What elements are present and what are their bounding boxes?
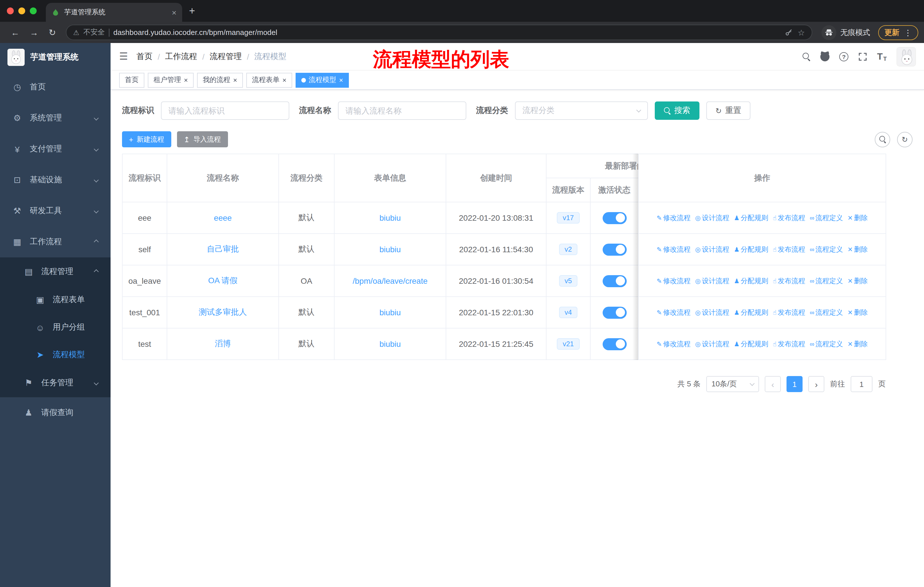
bookmark-star-icon[interactable]: ☆ xyxy=(798,28,805,37)
sidebar-item-dev-tools[interactable]: ⚒ 研发工具 xyxy=(0,195,111,227)
hamburger-icon[interactable]: ☰ xyxy=(111,50,137,63)
action-assign-rules[interactable]: ♟分配规则 xyxy=(734,214,768,222)
action-assign-rules[interactable]: ♟分配规则 xyxy=(734,277,768,285)
process-name-input[interactable] xyxy=(338,101,466,120)
active-toggle[interactable] xyxy=(602,212,626,224)
tag-close-icon[interactable]: × xyxy=(184,76,188,83)
sidebar-item-payment-mgmt[interactable]: ¥ 支付管理 xyxy=(0,134,111,165)
tag-my-process[interactable]: 我的流程 × xyxy=(197,73,243,88)
form-info-link[interactable]: biubiu xyxy=(380,245,401,254)
action-design-process[interactable]: ◎设计流程 xyxy=(695,308,729,316)
zoom-window-button[interactable] xyxy=(30,7,37,14)
action-delete[interactable]: ✕删除 xyxy=(848,277,868,285)
sidebar-item-process-model[interactable]: ➤ 流程模型 xyxy=(0,341,111,369)
action-design-process[interactable]: ◎设计流程 xyxy=(695,277,729,285)
forward-icon[interactable]: → xyxy=(25,28,43,37)
search-button[interactable]: 搜索 xyxy=(655,101,700,120)
process-category-select[interactable]: 流程分类 xyxy=(515,101,648,120)
sidebar-item-task-mgmt[interactable]: ⚑ 任务管理 xyxy=(0,369,111,397)
active-toggle[interactable] xyxy=(602,338,626,350)
action-edit-process[interactable]: ✎修改流程 xyxy=(657,340,691,348)
action-publish-process[interactable]: ☝发布流程 xyxy=(773,277,805,285)
minimize-window-button[interactable] xyxy=(18,7,25,14)
breadcrumb-item[interactable]: 工作流程 xyxy=(165,51,197,62)
sidebar-item-leave-query[interactable]: ♟ 请假查询 xyxy=(0,397,111,428)
action-design-process[interactable]: ◎设计流程 xyxy=(695,340,729,348)
avatar[interactable] xyxy=(896,47,916,66)
tag-close-icon[interactable]: × xyxy=(282,76,286,83)
browser-tab[interactable]: 芋道管理系统 × xyxy=(46,3,182,22)
action-edit-process[interactable]: ✎修改流程 xyxy=(657,214,691,222)
action-delete[interactable]: ✕删除 xyxy=(848,214,868,222)
form-info-link[interactable]: biubiu xyxy=(380,308,401,317)
import-process-button[interactable]: ↥ 导入流程 xyxy=(177,131,228,147)
form-info-link[interactable]: /bpm/oa/leave/create xyxy=(353,276,427,286)
process-name-link[interactable]: OA 请假 xyxy=(208,276,238,285)
page-size-select[interactable]: 10条/页 xyxy=(706,376,759,392)
close-window-button[interactable] xyxy=(7,7,14,14)
active-toggle[interactable] xyxy=(602,243,626,255)
tab-close-icon[interactable]: × xyxy=(172,8,177,17)
breadcrumb-item[interactable]: 首页 xyxy=(137,51,153,62)
prev-page-button[interactable]: ‹ xyxy=(765,376,781,392)
process-name-link[interactable]: 滔博 xyxy=(215,339,231,348)
action-assign-rules[interactable]: ♟分配规则 xyxy=(734,308,768,316)
sidebar-item-infrastructure[interactable]: ⊡ 基础设施 xyxy=(0,165,111,195)
refresh-table-button[interactable]: ↻ xyxy=(897,132,912,147)
action-publish-process[interactable]: ☝发布流程 xyxy=(773,340,805,348)
tag-home[interactable]: 首页 xyxy=(119,73,144,88)
active-toggle[interactable] xyxy=(602,306,626,318)
fullscreen-icon[interactable] xyxy=(858,52,867,61)
action-publish-process[interactable]: ☝发布流程 xyxy=(773,214,805,222)
github-icon[interactable] xyxy=(820,52,830,61)
create-process-button[interactable]: + 新建流程 xyxy=(122,131,171,147)
sidebar-item-workflow[interactable]: ▦ 工作流程 xyxy=(0,227,111,257)
tag-process-model[interactable]: 流程模型 × xyxy=(295,73,349,88)
active-toggle[interactable] xyxy=(602,275,626,287)
update-label[interactable]: 更新 xyxy=(884,27,899,38)
address-bar[interactable]: ⚠ 不安全 dashboard.yudao.iocoder.cn/bpm/man… xyxy=(66,25,812,40)
action-process-definition[interactable]: ∞流程定义 xyxy=(810,277,843,285)
action-process-definition[interactable]: ∞流程定义 xyxy=(810,340,843,348)
sidebar-item-system-mgmt[interactable]: ⚙ 系统管理 xyxy=(0,103,111,134)
process-name-link[interactable]: 自己审批 xyxy=(207,244,239,253)
action-process-definition[interactable]: ∞流程定义 xyxy=(810,214,843,222)
browser-menu-icon[interactable]: ⋮ xyxy=(904,28,912,37)
action-edit-process[interactable]: ✎修改流程 xyxy=(657,277,691,285)
goto-page-input[interactable] xyxy=(851,376,873,392)
action-assign-rules[interactable]: ♟分配规则 xyxy=(734,340,768,348)
action-edit-process[interactable]: ✎修改流程 xyxy=(657,245,691,253)
next-page-button[interactable]: › xyxy=(808,376,824,392)
help-icon[interactable]: ? xyxy=(839,52,848,61)
update-chip[interactable]: 更新 ⋮ xyxy=(878,25,918,40)
action-delete[interactable]: ✕删除 xyxy=(848,308,868,316)
new-tab-button[interactable]: + xyxy=(189,6,195,16)
tag-close-icon[interactable]: × xyxy=(339,76,343,83)
security-label[interactable]: 不安全 xyxy=(83,28,105,37)
sidebar-item-home[interactable]: ◷ 首页 xyxy=(0,72,111,103)
action-publish-process[interactable]: ☝发布流程 xyxy=(773,245,805,253)
sidebar-item-user-group[interactable]: ☺ 用户分组 xyxy=(0,314,111,341)
process-name-link[interactable]: eeee xyxy=(214,213,232,222)
action-publish-process[interactable]: ☝发布流程 xyxy=(773,308,805,316)
form-info-link[interactable]: biubiu xyxy=(380,213,401,222)
reset-button[interactable]: ↻ 重置 xyxy=(706,101,751,120)
breadcrumb-item[interactable]: 流程管理 xyxy=(210,51,242,62)
process-name-link[interactable]: 测试多审批人 xyxy=(199,307,247,316)
sidebar-item-process-mgmt[interactable]: ▤ 流程管理 xyxy=(0,257,111,286)
tag-tenant-mgmt[interactable]: 租户管理 × xyxy=(148,73,194,88)
action-process-definition[interactable]: ∞流程定义 xyxy=(810,245,843,253)
sidebar-item-process-form[interactable]: ▣ 流程表单 xyxy=(0,286,111,314)
action-design-process[interactable]: ◎设计流程 xyxy=(695,245,729,253)
key-icon[interactable] xyxy=(784,28,794,37)
font-size-icon[interactable]: TT xyxy=(877,51,887,62)
process-key-input[interactable] xyxy=(161,101,289,120)
action-design-process[interactable]: ◎设计流程 xyxy=(695,214,729,222)
tag-process-form[interactable]: 流程表单 × xyxy=(246,73,292,88)
action-delete[interactable]: ✕删除 xyxy=(848,340,868,348)
toggle-search-button[interactable] xyxy=(875,132,890,147)
action-assign-rules[interactable]: ♟分配规则 xyxy=(734,245,768,253)
url-text[interactable]: dashboard.yudao.iocoder.cn/bpm/manager/m… xyxy=(114,28,780,37)
tag-close-icon[interactable]: × xyxy=(233,76,237,83)
action-process-definition[interactable]: ∞流程定义 xyxy=(810,308,843,316)
